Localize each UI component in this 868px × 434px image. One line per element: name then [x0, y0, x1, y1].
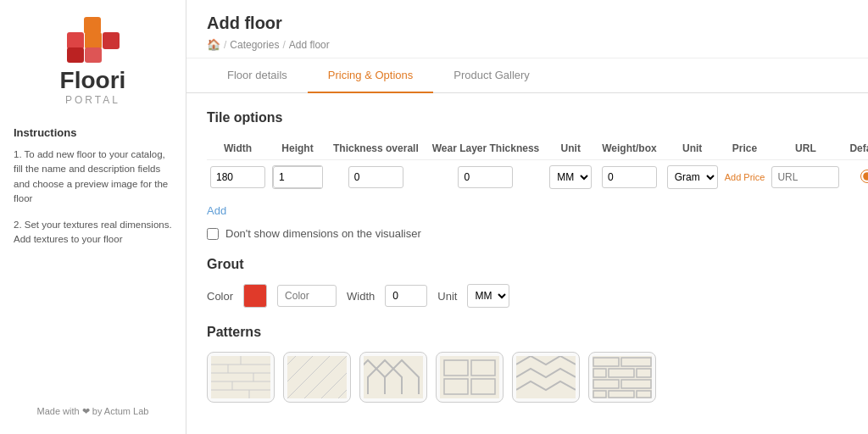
col-url: URL [768, 137, 843, 160]
tab-product-gallery[interactable]: Product Gallery [433, 58, 550, 93]
breadcrumb-sep1: / [224, 39, 226, 51]
col-wear-layer: Wear Layer Thickness [426, 137, 547, 160]
pattern-1[interactable] [207, 352, 275, 403]
instruction-2: 2. Set your textures real dimensions. Ad… [14, 218, 172, 248]
url-input[interactable] [771, 166, 839, 188]
unit-select[interactable]: MM CM IN [549, 165, 592, 189]
weight-input[interactable] [602, 166, 657, 188]
height-input[interactable] [273, 166, 323, 188]
logo-icon [63, 17, 122, 64]
page-title: Add floor [207, 14, 848, 33]
instruction-1: 1. To add new floor to your catalog, fil… [14, 147, 172, 206]
add-price-link[interactable]: Add Price [725, 172, 765, 182]
grout-width-input[interactable] [385, 285, 427, 307]
col-width: Width [207, 137, 269, 160]
svg-rect-23 [364, 356, 423, 398]
grout-title: Grout [207, 257, 848, 272]
width-input[interactable] [210, 166, 265, 188]
grout-unit-select[interactable]: MM CM IN [467, 284, 509, 308]
thickness-input[interactable] [348, 166, 403, 188]
col-height: Height [269, 137, 326, 160]
patterns-title: Patterns [207, 325, 848, 340]
sidebar-footer: Made with ❤ by Actum Lab [37, 406, 149, 417]
height-spinner: ▲ ▼ [272, 165, 323, 189]
tile-options-table: Width Height Thickness overall Wear Laye… [207, 137, 868, 194]
logo-name: Floori [60, 69, 126, 92]
color-swatch[interactable] [243, 284, 267, 308]
svg-rect-0 [84, 17, 101, 34]
svg-rect-3 [103, 32, 120, 49]
tabs-bar: Floor details Pricing & Options Product … [186, 58, 868, 93]
pattern-5[interactable] [512, 352, 580, 403]
sidebar-instructions: Instructions 1. To add new floor to your… [14, 126, 172, 259]
grout-row: Color Width Unit MM CM IN [207, 284, 848, 308]
grout-width-label: Width [347, 290, 375, 303]
color-input[interactable] [277, 285, 337, 307]
tile-options-title: Tile options [207, 110, 848, 125]
wear-layer-input[interactable] [458, 166, 513, 188]
svg-rect-5 [85, 47, 102, 63]
page-header: Add floor 🏠 / Categories / Add floor [186, 0, 868, 58]
pattern-3[interactable] [359, 352, 427, 403]
col-unit2: Unit [664, 137, 721, 160]
breadcrumb: 🏠 / Categories / Add floor [207, 38, 848, 51]
table-row: ▲ ▼ MM CM [207, 160, 868, 195]
add-row-link[interactable]: Add [207, 204, 226, 217]
pattern-2[interactable] [283, 352, 351, 403]
dimensions-checkbox-row: Don't show dimensions on the visualiser [207, 227, 848, 240]
svg-rect-24 [440, 356, 499, 398]
breadcrumb-current: Add floor [289, 39, 330, 51]
col-thickness: Thickness overall [326, 137, 426, 160]
patterns-section: Patterns [207, 325, 848, 403]
pattern-6[interactable] [588, 352, 656, 403]
sidebar: Floori PORTAL Instructions 1. To add new… [0, 0, 186, 434]
logo-portal: PORTAL [65, 94, 120, 106]
footer-text: Made with ❤ by Actum Lab [37, 406, 149, 416]
logo-area: Floori PORTAL [60, 17, 126, 106]
content-area: Tile options Width Height Thickness over… [186, 93, 868, 420]
breadcrumb-sep2: / [282, 39, 285, 51]
instructions-title: Instructions [14, 126, 172, 139]
col-weight: Weight/box [595, 137, 663, 160]
col-default: Default [843, 137, 868, 160]
svg-rect-1 [67, 32, 84, 49]
col-price: Price [721, 137, 769, 160]
tab-pricing-options[interactable]: Pricing & Options [308, 58, 433, 93]
breadcrumb-categories[interactable]: Categories [230, 39, 279, 51]
patterns-grid [207, 352, 848, 403]
weight-unit-select[interactable]: Gram Kg [667, 165, 718, 189]
home-icon[interactable]: 🏠 [207, 38, 220, 51]
default-radio[interactable] [860, 170, 868, 183]
grout-unit-label: Unit [437, 290, 457, 303]
hide-dimensions-label: Don't show dimensions on the visualiser [225, 227, 421, 240]
svg-rect-16 [287, 356, 347, 398]
svg-rect-2 [85, 32, 102, 49]
grout-section: Grout Color Width Unit MM CM IN [207, 257, 848, 308]
tab-floor-details[interactable]: Floor details [207, 58, 308, 93]
col-unit: Unit [546, 137, 595, 160]
hide-dimensions-checkbox[interactable] [207, 228, 219, 240]
svg-rect-4 [67, 47, 84, 63]
main-content: Add floor 🏠 / Categories / Add floor Flo… [186, 0, 868, 434]
color-label: Color [207, 290, 233, 303]
pattern-4[interactable] [436, 352, 504, 403]
